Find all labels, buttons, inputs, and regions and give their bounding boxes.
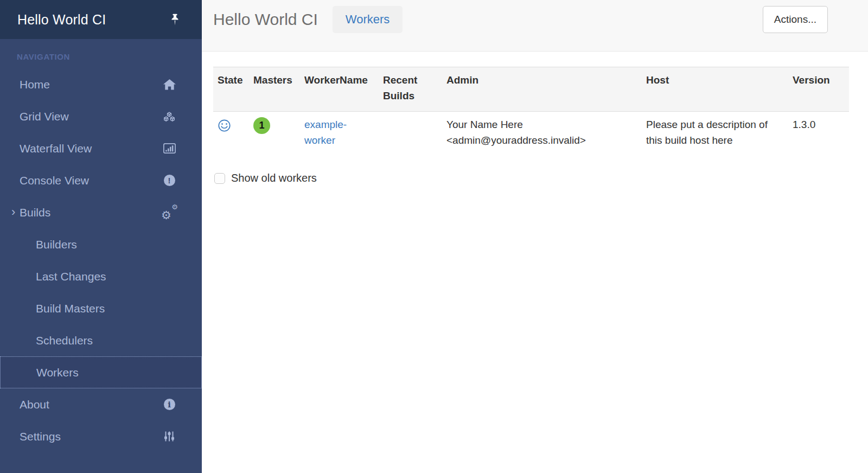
worker-version-cell: 1.3.0	[788, 112, 849, 154]
sidebar: Hello World CI NAVIGATION HomeGrid ViewW…	[0, 0, 202, 473]
column-header-masters: Masters	[249, 67, 300, 112]
sidebar-item-home[interactable]: Home	[0, 68, 202, 100]
main-area: Hello World CI Workers Actions... StateM…	[202, 0, 868, 473]
breadcrumb-workers[interactable]: Workers	[333, 6, 403, 33]
workers-table: StateMastersWorkerNameRecent BuildsAdmin…	[213, 67, 849, 154]
worker-name-cell: example-worker	[300, 112, 379, 154]
home-icon	[162, 79, 177, 90]
sidebar-item-label: Home	[20, 78, 162, 91]
column-header-workername: WorkerName	[300, 67, 379, 112]
show-old-workers-row: Show old workers	[213, 172, 857, 184]
sidebar-app-title: Hello World CI	[17, 12, 106, 28]
worker-masters-cell: 1	[249, 112, 300, 154]
show-old-workers-checkbox[interactable]	[214, 173, 225, 184]
sidebar-item-grid-view[interactable]: Grid View	[0, 100, 202, 132]
cubes-icon	[162, 111, 177, 122]
sidebar-item-workers[interactable]: Workers	[0, 356, 202, 388]
sidebar-item-label: Workers	[36, 366, 176, 379]
chevron-right-icon[interactable]: ›	[11, 204, 15, 219]
column-header-host: Host	[642, 67, 788, 112]
workers-table-body: 1example-workerYour Name Here <admin@you…	[213, 112, 849, 154]
sidebar-navigation: NAVIGATION HomeGrid ViewWaterfall ViewCo…	[0, 39, 202, 452]
masters-count-badge: 1	[253, 117, 270, 134]
sidebar-item-builders[interactable]: Builders	[0, 228, 202, 260]
sidebar-item-last-changes[interactable]: Last Changes	[0, 260, 202, 292]
sidebar-item-build-masters[interactable]: Build Masters	[0, 292, 202, 324]
nav-section-label: NAVIGATION	[0, 39, 202, 68]
sidebar-item-label: Builds	[20, 206, 162, 219]
show-old-workers-label: Show old workers	[231, 172, 317, 184]
sidebar-item-label: Waterfall View	[20, 142, 162, 155]
worker-state-smiley-icon	[218, 119, 245, 132]
sidebar-item-about[interactable]: Abouti	[0, 388, 202, 420]
column-header-state: State	[213, 67, 249, 112]
pin-icon[interactable]	[170, 14, 180, 26]
workers-table-header-row: StateMastersWorkerNameRecent BuildsAdmin…	[213, 67, 849, 112]
sidebar-item-label: Last Changes	[36, 270, 177, 283]
sidebar-item-waterfall-view[interactable]: Waterfall View	[0, 132, 202, 164]
sidebar-item-schedulers[interactable]: Schedulers	[0, 324, 202, 356]
sidebar-item-label: Build Masters	[36, 302, 177, 315]
column-header-admin: Admin	[442, 67, 642, 112]
sidebar-item-settings[interactable]: Settings	[0, 420, 202, 452]
sidebar-item-label: Console View	[20, 174, 162, 187]
worker-host-cell: Please put a description of this build h…	[642, 112, 788, 154]
info-circle-icon: i	[162, 399, 177, 410]
worker-state-cell	[213, 112, 249, 154]
worker-recent-builds-cell	[379, 112, 442, 154]
worker-row: 1example-workerYour Name Here <admin@you…	[213, 112, 849, 154]
sidebar-item-label: About	[20, 398, 162, 411]
sidebar-item-label: Settings	[20, 430, 162, 443]
actions-button[interactable]: Actions...	[763, 6, 828, 33]
column-header-recent-builds: Recent Builds	[379, 67, 442, 112]
sidebar-item-builds[interactable]: ›Builds⚙⚙	[0, 196, 202, 228]
sidebar-item-label: Schedulers	[36, 334, 177, 347]
page-title: Hello World CI	[213, 10, 318, 29]
sidebar-nav: HomeGrid ViewWaterfall ViewConsole View!…	[0, 68, 202, 452]
content: StateMastersWorkerNameRecent BuildsAdmin…	[202, 52, 868, 184]
sidebar-header: Hello World CI	[0, 0, 202, 39]
exclamation-circle-icon: !	[162, 175, 177, 186]
worker-name-link[interactable]: example-worker	[304, 119, 347, 146]
worker-admin-cell: Your Name Here <admin@youraddress.invali…	[442, 112, 642, 154]
cogs-icon: ⚙⚙	[162, 206, 177, 220]
sidebar-item-console-view[interactable]: Console View!	[0, 164, 202, 196]
sidebar-item-label: Builders	[36, 238, 177, 251]
sidebar-item-label: Grid View	[20, 110, 162, 123]
bar-chart-icon	[162, 143, 177, 154]
column-header-version: Version	[788, 67, 849, 112]
topbar: Hello World CI Workers Actions...	[202, 0, 868, 52]
sliders-icon	[162, 431, 177, 442]
